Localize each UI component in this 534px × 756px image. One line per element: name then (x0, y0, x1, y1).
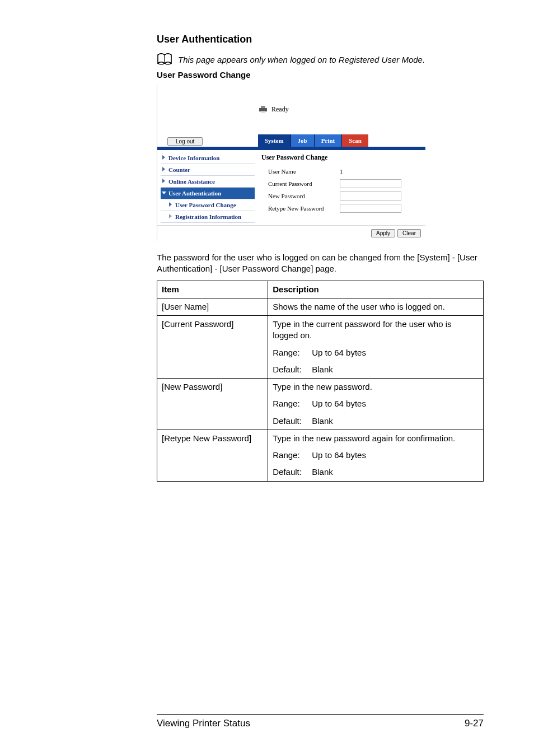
chevron-right-icon (169, 214, 172, 218)
printer-icon (258, 105, 268, 114)
tab-strip: System Job Print Scan (258, 134, 368, 147)
heading-user-authentication: User Authentication (157, 34, 484, 45)
apply-button[interactable]: Apply (371, 229, 395, 237)
value-user-name: 1 (340, 168, 407, 175)
svg-rect-2 (261, 111, 265, 113)
status-ready: Ready (271, 105, 289, 114)
sidebar-item-device-info[interactable]: Device Information (161, 152, 255, 164)
sidebar-label: Registration Information (175, 213, 241, 220)
cell-item: [User Name] (157, 298, 268, 315)
cell-block: Default:Blank (273, 466, 479, 478)
kv-value: Blank (312, 467, 333, 477)
content-heading: User Password Change (261, 153, 420, 162)
chevron-right-icon (162, 179, 165, 183)
cell-block: Type in the current password for the use… (273, 319, 479, 342)
cell-block: Range:Up to 64 bytes (273, 450, 479, 461)
content-pane: User Password Change User Name 1 Current… (258, 150, 425, 225)
label-current-password: Current Password (261, 180, 340, 187)
chevron-right-icon (162, 155, 165, 160)
note-text: This page appears only when logged on to… (178, 55, 425, 64)
svg-rect-1 (261, 106, 265, 108)
kv-label: Range: (273, 347, 312, 358)
description-paragraph: The password for the user who is logged … (157, 252, 484, 275)
label-new-password: New Password (261, 193, 340, 199)
sidebar-item-user-authentication[interactable]: User Authentication (161, 188, 255, 199)
footer-left: Viewing Printer Status (157, 718, 250, 729)
logout-button[interactable]: Log out (167, 137, 203, 146)
cell-block: Range:Up to 64 bytes (273, 398, 479, 409)
embedded-screenshot: Ready Log out System Job Print Scan Devi… (157, 85, 425, 241)
cell-item: [Current Password] (157, 316, 268, 379)
sidebar-label: User Authentication (168, 190, 221, 197)
sidebar-label: User Password Change (175, 202, 236, 208)
cell-block: Default:Blank (273, 416, 479, 427)
kv-label: Default: (273, 364, 312, 375)
cell-block: Default:Blank (273, 364, 479, 375)
sidebar-item-online-assistance[interactable]: Online Assistance (161, 176, 255, 188)
cell-block: Shows the name of the user who is logged… (273, 301, 479, 312)
kv-value: Up to 64 bytes (312, 399, 366, 408)
label-retype-new-password: Retype New Password (261, 205, 340, 212)
table-row: [New Password]Type in the new password.R… (157, 379, 484, 430)
kv-value: Up to 64 bytes (312, 450, 366, 460)
tab-system[interactable]: System (258, 134, 291, 147)
chevron-down-icon (162, 192, 166, 194)
cell-description: Type in the new password.Range:Up to 64 … (268, 379, 484, 430)
tab-print[interactable]: Print (315, 134, 342, 147)
th-item: Item (157, 281, 268, 298)
cell-block: Type in the new password. (273, 381, 479, 393)
kv-label: Default: (273, 416, 312, 427)
table-row: [User Name]Shows the name of the user wh… (157, 298, 484, 315)
kv-value: Blank (312, 416, 333, 426)
retype-password-input[interactable] (340, 204, 401, 213)
footer-page-number: 9-27 (465, 718, 484, 729)
cell-description: Type in the new password again for confi… (268, 430, 484, 481)
table-row: [Current Password]Type in the current pa… (157, 316, 484, 379)
cell-description: Type in the current password for the use… (268, 316, 484, 379)
description-table: Item Description [User Name]Shows the na… (157, 281, 484, 482)
sidebar-item-user-password-change[interactable]: User Password Change (161, 199, 255, 211)
kv-value: Up to 64 bytes (312, 348, 366, 357)
kv-label: Range: (273, 450, 312, 461)
new-password-input[interactable] (340, 192, 401, 200)
sidebar-item-registration-info[interactable]: Registration Information (161, 211, 255, 223)
sidebar-label: Counter (168, 166, 190, 173)
kv-value: Blank (312, 365, 333, 374)
sidebar-label: Device Information (168, 155, 219, 161)
cell-item: [Retype New Password] (157, 430, 268, 481)
sidebar: Device Information Counter Online Assist… (157, 150, 258, 225)
th-description: Description (268, 281, 484, 298)
cell-item: [New Password] (157, 379, 268, 430)
kv-label: Range: (273, 398, 312, 409)
label-user-name: User Name (261, 168, 340, 175)
cell-block: Range:Up to 64 bytes (273, 347, 479, 358)
tab-job[interactable]: Job (291, 134, 315, 147)
chevron-right-icon (162, 167, 165, 171)
current-password-input[interactable] (340, 179, 401, 188)
sidebar-item-counter[interactable]: Counter (161, 164, 255, 176)
clear-button[interactable]: Clear (397, 229, 421, 237)
chevron-right-icon (169, 202, 172, 207)
book-icon (157, 53, 172, 66)
table-row: [Retype New Password]Type in the new pas… (157, 430, 484, 481)
heading-user-password-change: User Password Change (157, 70, 484, 80)
tab-scan[interactable]: Scan (342, 134, 368, 147)
cell-description: Shows the name of the user who is logged… (268, 298, 484, 315)
kv-label: Default: (273, 466, 312, 478)
note-row: This page appears only when logged on to… (157, 53, 484, 66)
sidebar-label: Online Assistance (168, 178, 215, 185)
cell-block: Type in the new password again for confi… (273, 433, 479, 444)
